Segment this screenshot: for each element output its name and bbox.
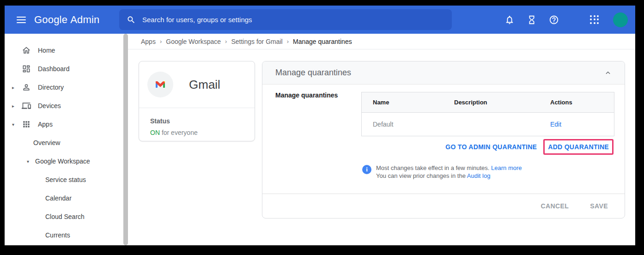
sidebar-item-service-status[interactable]: Service status bbox=[5, 170, 128, 189]
section-label: Manage quarantines bbox=[275, 91, 338, 99]
breadcrumb: Apps › Google Workspace › Settings for G… bbox=[128, 34, 635, 49]
search-bar[interactable] bbox=[119, 9, 452, 30]
sidebar-item-label: Cloud Search bbox=[45, 213, 85, 220]
expand-arrow-icon[interactable]: ▸ bbox=[12, 103, 17, 109]
status-suffix: for everyone bbox=[160, 129, 198, 136]
status-label: Status bbox=[150, 117, 255, 125]
column-header-name: Name bbox=[373, 99, 389, 106]
collapse-arrow-icon[interactable]: ▾ bbox=[27, 159, 29, 164]
search-icon bbox=[127, 15, 136, 24]
sidebar-item-label: Directory bbox=[38, 84, 64, 91]
table-header-row: Name Description Actions bbox=[362, 92, 614, 113]
sidebar-item-label: Overview bbox=[33, 139, 60, 146]
sidebar-item-google-workspace[interactable]: ▾ Google Workspace bbox=[5, 152, 128, 170]
manage-quarantines-panel: Manage quarantines Manage quarantines Na… bbox=[262, 61, 625, 219]
column-header-description: Description bbox=[454, 99, 487, 106]
gmail-card-header: Gmail bbox=[139, 61, 255, 108]
search-input[interactable] bbox=[142, 16, 444, 24]
sidebar-item-label: Google Workspace bbox=[35, 158, 90, 165]
home-icon bbox=[21, 45, 31, 55]
sidebar-item-label: Home bbox=[38, 47, 55, 54]
breadcrumb-google-workspace[interactable]: Google Workspace bbox=[166, 38, 221, 45]
sidebar-nav: Home Dashboard ▸ Directory ▸ Devices ▾ A… bbox=[5, 34, 128, 245]
app-title: Gmail bbox=[189, 78, 220, 92]
go-to-admin-quarantine-button[interactable]: GO TO ADMIN QUARANTINE bbox=[443, 140, 540, 154]
cancel-button[interactable]: CANCEL bbox=[541, 202, 569, 210]
chevron-right-icon: › bbox=[160, 38, 162, 45]
topbar-actions bbox=[500, 6, 631, 34]
topbar: GoogleAdmin bbox=[5, 6, 635, 34]
collapse-arrow-icon[interactable]: ▾ bbox=[12, 122, 17, 127]
audit-log-link[interactable]: Audit log bbox=[467, 172, 491, 179]
google-admin-logo[interactable]: GoogleAdmin bbox=[34, 14, 100, 26]
sidebar-item-apps[interactable]: ▾ Apps bbox=[5, 115, 128, 134]
quarantine-name-cell: Default bbox=[373, 121, 393, 128]
gmail-card-status: Status ON for everyone bbox=[139, 108, 255, 136]
sidebar-item-home[interactable]: Home bbox=[5, 41, 128, 60]
help-icon[interactable] bbox=[545, 11, 563, 29]
content-area: Gmail Status ON for everyone Manage quar… bbox=[128, 50, 635, 245]
chevron-up-icon[interactable] bbox=[602, 67, 614, 79]
sidebar-scrollbar[interactable] bbox=[123, 34, 128, 245]
panel-title: Manage quarantines bbox=[275, 68, 602, 78]
sidebar-item-label: Currents bbox=[45, 231, 70, 239]
info-note: i Most changes take effect in a few minu… bbox=[362, 164, 522, 180]
brand-google: Google bbox=[34, 14, 67, 25]
edit-link[interactable]: Edit bbox=[550, 121, 561, 128]
learn-more-link[interactable]: Learn more bbox=[491, 164, 522, 171]
quarantines-table: Name Description Actions Default Edit bbox=[361, 92, 614, 136]
breadcrumb-settings-for-gmail[interactable]: Settings for Gmail bbox=[231, 38, 282, 45]
chevron-right-icon: › bbox=[225, 38, 227, 45]
expand-arrow-icon[interactable]: ▸ bbox=[12, 85, 17, 90]
info-line2: You can view prior changes in the bbox=[376, 172, 467, 179]
save-button[interactable]: SAVE bbox=[590, 202, 608, 210]
person-icon bbox=[21, 82, 31, 92]
sidebar-item-label: Dashboard bbox=[38, 65, 70, 73]
gmail-logo-icon bbox=[147, 72, 173, 97]
sidebar-item-currents[interactable]: Currents bbox=[5, 226, 128, 244]
sidebar-item-label: Service status bbox=[45, 176, 86, 183]
gmail-app-card: Gmail Status ON for everyone bbox=[139, 61, 255, 141]
sidebar-item-calendar[interactable]: Calendar bbox=[5, 189, 128, 207]
info-icon: i bbox=[362, 165, 371, 174]
sidebar-item-directory[interactable]: ▸ Directory bbox=[5, 78, 128, 97]
status-value: ON for everyone bbox=[150, 129, 255, 136]
main-area: Apps › Google Workspace › Settings for G… bbox=[128, 34, 635, 245]
notifications-bell-icon[interactable] bbox=[500, 11, 519, 29]
google-apps-grid-icon[interactable] bbox=[585, 11, 604, 29]
info-text: Most changes take effect in a few minute… bbox=[376, 164, 522, 180]
highlight-box: ADD QUARANTINE bbox=[543, 139, 614, 155]
sidebar-item-devices[interactable]: ▸ Devices bbox=[5, 97, 128, 115]
status-on-badge: ON bbox=[150, 129, 160, 136]
apps-icon bbox=[21, 119, 31, 129]
quarantine-actions-row: GO TO ADMIN QUARANTINE ADD QUARANTINE bbox=[443, 139, 614, 155]
sidebar-item-label: Apps bbox=[38, 121, 53, 128]
sidebar-item-label: Calendar bbox=[45, 194, 72, 202]
table-row: Default Edit bbox=[362, 113, 614, 136]
info-line1: Most changes take effect in a few minute… bbox=[376, 164, 491, 171]
menu-icon[interactable] bbox=[10, 9, 32, 31]
breadcrumb-current: Manage quarantines bbox=[293, 38, 352, 45]
sidebar-item-overview[interactable]: Overview bbox=[5, 134, 128, 152]
add-quarantine-button[interactable]: ADD QUARANTINE bbox=[548, 143, 609, 151]
sidebar-item-cloud-search[interactable]: Cloud Search bbox=[5, 207, 128, 226]
account-avatar[interactable] bbox=[613, 12, 628, 27]
panel-header[interactable]: Manage quarantines bbox=[262, 61, 625, 85]
dashboard-icon bbox=[21, 64, 31, 74]
devices-icon bbox=[21, 101, 31, 111]
pending-tasks-hourglass-icon[interactable] bbox=[522, 11, 541, 29]
admin-console-window: GoogleAdmin Home bbox=[5, 6, 635, 245]
sidebar-item-label: Devices bbox=[38, 102, 61, 109]
sidebar-item-dashboard[interactable]: Dashboard bbox=[5, 60, 128, 78]
breadcrumb-apps[interactable]: Apps bbox=[141, 38, 156, 45]
column-header-actions: Actions bbox=[550, 99, 572, 106]
panel-footer: CANCEL SAVE bbox=[262, 194, 625, 218]
brand-product: Admin bbox=[70, 14, 99, 25]
chevron-right-icon: › bbox=[287, 38, 289, 45]
